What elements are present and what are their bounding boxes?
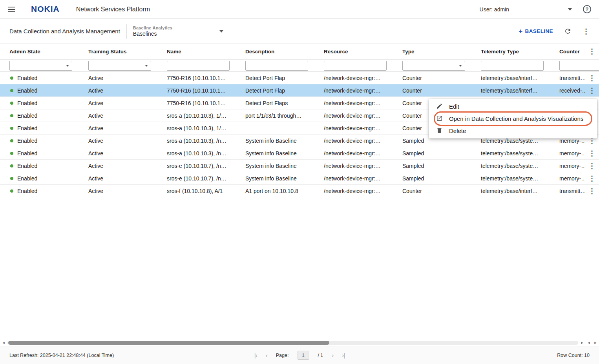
cell-name: sros-a (10.10.10.3), 1/… bbox=[157, 125, 236, 131]
first-page-icon[interactable]: |‹ bbox=[254, 352, 257, 358]
menu-item-open-in-visualizations[interactable]: Open in Data Collection and Analysis Vis… bbox=[429, 113, 597, 125]
status-dot-icon bbox=[10, 164, 13, 167]
scroll-right-icon[interactable]: ▸ bbox=[579, 340, 585, 345]
cell-telemetry-type: telemetry:/base/interf… bbox=[471, 188, 550, 194]
prev-page-icon[interactable]: ‹ bbox=[266, 352, 267, 358]
column-settings-kebab-icon[interactable]: ⋮ bbox=[585, 48, 599, 55]
cell-telemetry-type: telemetry:/base/interf… bbox=[471, 75, 550, 81]
menu-item-edit[interactable]: Edit bbox=[429, 100, 597, 113]
cell-description: Detect Port Flaps bbox=[236, 100, 314, 106]
status-dot-icon bbox=[10, 189, 13, 193]
help-icon[interactable]: ? bbox=[583, 5, 591, 13]
table-row[interactable]: Enabled Active 7750-R16 (10.10.10.1… Det… bbox=[0, 84, 599, 97]
table-row[interactable]: Enabled Active 7750-R16 (10.10.10.1… Det… bbox=[0, 72, 599, 84]
horizontal-scrollbar: ◂ ▸ ◂ ▸ bbox=[0, 339, 599, 346]
scrollbar-thumb[interactable] bbox=[8, 341, 329, 345]
scrollbar-track[interactable] bbox=[7, 341, 578, 345]
refresh-icon[interactable] bbox=[564, 27, 572, 35]
cell-counter: transmitt… bbox=[550, 75, 585, 81]
row-actions-kebab-icon[interactable]: ⋮ bbox=[585, 175, 599, 182]
app-title: Network Services Platform bbox=[76, 6, 150, 13]
column-scroll-right-icon[interactable]: ▸ bbox=[593, 340, 598, 345]
hamburger-menu-icon[interactable] bbox=[8, 7, 15, 12]
scroll-left-icon[interactable]: ◂ bbox=[1, 340, 6, 345]
cell-telemetry-type: telemetry:/base/syste… bbox=[471, 175, 550, 182]
admin-state-text: Enabled bbox=[17, 188, 37, 194]
column-header-counter[interactable]: Counter bbox=[550, 49, 585, 55]
cell-description: System info Baseline bbox=[236, 163, 314, 169]
cell-counter: received-… bbox=[550, 87, 585, 94]
cell-resource: /network-device-mgr:… bbox=[314, 87, 393, 94]
column-header-type[interactable]: Type bbox=[393, 49, 471, 55]
cell-telemetry-type: telemetry:/base/interf… bbox=[471, 87, 550, 94]
row-count-text: Row Count: 10 bbox=[557, 353, 590, 358]
status-bar: Last Refresh: 2025-04-21 22:48:44 (Local… bbox=[0, 346, 599, 364]
table-row[interactable]: Enabled Active sros-f (10.10.10.8), A/1 … bbox=[0, 185, 599, 197]
add-baseline-label: BASELINE bbox=[525, 28, 553, 34]
cell-name: sros-a (10.10.10.3), /n… bbox=[157, 138, 236, 144]
page-toolbar: Data Collection and Analysis Management … bbox=[0, 19, 599, 44]
cell-admin-state-wrap: Enabled bbox=[0, 138, 79, 144]
cell-admin-state-wrap: Enabled bbox=[0, 150, 79, 157]
toolbar-kebab-icon[interactable]: ⋮ bbox=[583, 28, 590, 35]
filter-name-input[interactable] bbox=[167, 61, 230, 71]
cell-name: sros-a (10.10.10.3), 1/… bbox=[157, 113, 236, 119]
top-bar: NOKIA Network Services Platform User: ad… bbox=[0, 0, 599, 19]
cell-admin-state-wrap: Enabled bbox=[0, 100, 79, 106]
last-page-icon[interactable]: ›| bbox=[342, 352, 345, 358]
column-header-description[interactable]: Description bbox=[236, 49, 314, 55]
row-actions-kebab-icon[interactable]: ⋮ bbox=[585, 87, 599, 94]
cell-counter: transmitt… bbox=[550, 188, 585, 194]
column-header-name[interactable]: Name bbox=[157, 49, 236, 55]
cell-description: Detect Port Flap bbox=[236, 75, 314, 81]
filter-admin-state-select[interactable] bbox=[9, 61, 72, 71]
column-header-telemetry-type[interactable]: Telemetry Type bbox=[471, 49, 550, 55]
cell-admin-state-wrap: Enabled bbox=[0, 113, 79, 119]
filter-training-status-select[interactable] bbox=[88, 61, 151, 71]
filter-description-input[interactable] bbox=[245, 61, 308, 71]
next-page-icon[interactable]: › bbox=[332, 352, 333, 358]
cell-admin-state-wrap: Enabled bbox=[0, 175, 79, 182]
cell-training-status: Active bbox=[79, 163, 157, 169]
filter-counter-input[interactable] bbox=[559, 61, 599, 71]
table-filter-row bbox=[0, 60, 599, 72]
status-dot-icon bbox=[10, 139, 13, 142]
row-actions-kebab-icon[interactable]: ⋮ bbox=[585, 162, 599, 169]
row-actions-kebab-icon[interactable]: ⋮ bbox=[585, 187, 599, 195]
cell-training-status: Active bbox=[79, 75, 157, 81]
cell-type: Counter bbox=[393, 75, 471, 81]
column-header-admin-state[interactable]: Admin State bbox=[0, 49, 79, 55]
row-context-menu: Edit Open in Data Collection and Analysi… bbox=[429, 99, 597, 138]
cell-name: 7750-R16 (10.10.10.1… bbox=[157, 87, 236, 94]
toolbar-divider bbox=[126, 24, 127, 39]
menu-item-delete[interactable]: Delete bbox=[429, 125, 597, 137]
row-actions-kebab-icon[interactable]: ⋮ bbox=[585, 75, 599, 82]
table-row[interactable]: Enabled Active sros-a (10.10.10.3), /n… … bbox=[0, 147, 599, 160]
cell-name: 7750-R16 (10.10.10.1… bbox=[157, 100, 236, 106]
cell-resource: /network-device-mgr:… bbox=[314, 188, 393, 194]
filter-telemetry-type-input[interactable] bbox=[481, 61, 544, 71]
row-actions-kebab-icon[interactable]: ⋮ bbox=[585, 150, 599, 157]
column-scroll-left-icon[interactable]: ◂ bbox=[586, 340, 592, 345]
cell-training-status: Active bbox=[79, 188, 157, 194]
chevron-down-icon bbox=[219, 30, 223, 33]
admin-state-text: Enabled bbox=[17, 163, 37, 169]
table-row[interactable]: Enabled Active sros-e (10.10.10.7), /n… … bbox=[0, 160, 599, 172]
admin-state-text: Enabled bbox=[17, 138, 37, 144]
cell-training-status: Active bbox=[79, 175, 157, 182]
filter-type-select[interactable] bbox=[402, 61, 465, 71]
topbar-right: User: admin ? bbox=[480, 5, 591, 13]
user-menu-caret-icon[interactable] bbox=[568, 8, 572, 11]
baselines-view-dropdown[interactable]: Baseline Analytics Baselines bbox=[133, 25, 223, 37]
admin-state-text: Enabled bbox=[17, 100, 37, 106]
cell-resource: /network-device-mgr:… bbox=[314, 125, 393, 131]
column-header-resource[interactable]: Resource bbox=[314, 49, 393, 55]
page-label: Page: bbox=[276, 353, 289, 358]
filter-resource-input[interactable] bbox=[324, 61, 387, 71]
page-number-input[interactable] bbox=[297, 351, 309, 360]
column-header-training-status[interactable]: Training Status bbox=[79, 49, 157, 55]
cell-description: Detect Port Flap bbox=[236, 87, 314, 94]
table-row[interactable]: Enabled Active sros-e (10.10.10.7), /n… … bbox=[0, 172, 599, 185]
add-baseline-button[interactable]: + BASELINE bbox=[519, 28, 553, 35]
app-root: NOKIA Network Services Platform User: ad… bbox=[0, 0, 599, 364]
